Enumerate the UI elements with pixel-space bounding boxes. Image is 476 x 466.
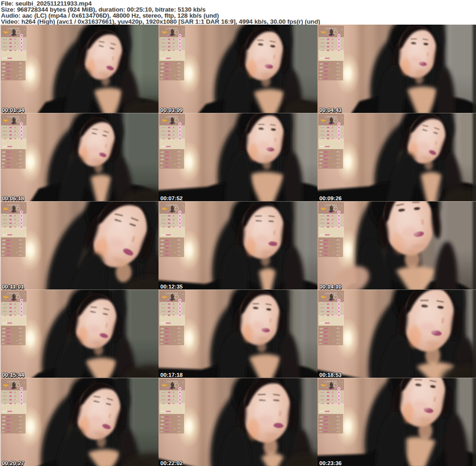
- svg-text:200: 200: [2, 70, 6, 72]
- svg-text:00:15:44: 00:15:44: [2, 372, 24, 378]
- svg-text:88: 88: [2, 427, 4, 429]
- svg-text:00:18:53: 00:18:53: [319, 372, 342, 378]
- svg-text:120: 120: [319, 63, 323, 65]
- svg-text:88: 88: [2, 162, 4, 164]
- svg-text:200: 200: [2, 423, 6, 426]
- svg-text:88: 88: [319, 74, 322, 76]
- svg-text:120: 120: [2, 151, 6, 153]
- svg-text:120: 120: [319, 328, 323, 330]
- svg-text:00:14:10: 00:14:10: [319, 283, 342, 289]
- svg-text:200: 200: [2, 247, 6, 249]
- svg-text:88: 88: [319, 162, 322, 164]
- svg-text:160: 160: [160, 420, 164, 422]
- svg-text:160: 160: [2, 420, 6, 422]
- svg-text:160: 160: [2, 331, 6, 334]
- svg-text:77: 77: [2, 78, 4, 80]
- svg-text:200: 200: [319, 70, 323, 72]
- svg-text:200: 200: [319, 247, 323, 249]
- svg-text:88: 88: [2, 74, 4, 76]
- svg-text:77: 77: [2, 166, 4, 168]
- svg-text:00:17:18: 00:17:18: [160, 372, 183, 378]
- svg-text:160: 160: [319, 243, 323, 245]
- svg-text:160: 160: [2, 66, 6, 69]
- svg-text:00:23:36: 00:23:36: [319, 460, 342, 466]
- svg-text:200: 200: [2, 335, 6, 337]
- svg-text:88: 88: [160, 74, 163, 76]
- svg-text:160: 160: [160, 331, 164, 334]
- svg-text:88: 88: [160, 427, 163, 429]
- svg-text:160: 160: [160, 155, 164, 157]
- svg-text:120: 120: [160, 239, 164, 242]
- svg-text:200: 200: [160, 423, 164, 426]
- svg-text:200: 200: [2, 158, 6, 161]
- svg-text:00:09:26: 00:09:26: [319, 195, 342, 201]
- svg-text:00:03:09: 00:03:09: [160, 107, 183, 113]
- svg-text:77: 77: [160, 166, 163, 168]
- svg-text:200: 200: [319, 423, 323, 426]
- svg-text:77: 77: [2, 342, 4, 345]
- svg-text:120: 120: [160, 328, 164, 330]
- svg-text:200: 200: [319, 335, 323, 337]
- svg-text:00:07:52: 00:07:52: [160, 195, 183, 201]
- svg-text:160: 160: [319, 331, 323, 334]
- svg-text:00:04:43: 00:04:43: [319, 107, 342, 113]
- svg-text:77: 77: [160, 78, 163, 80]
- svg-text:77: 77: [319, 78, 322, 80]
- svg-text:77: 77: [160, 342, 163, 345]
- svg-text:88: 88: [160, 339, 163, 341]
- svg-text:160: 160: [160, 243, 164, 245]
- svg-text:77: 77: [2, 254, 4, 256]
- svg-text:160: 160: [2, 155, 6, 157]
- svg-text:77: 77: [2, 431, 4, 433]
- svg-text:88: 88: [2, 339, 4, 341]
- svg-text:120: 120: [160, 63, 164, 65]
- svg-text:160: 160: [160, 66, 164, 69]
- svg-text:00:11:01: 00:11:01: [2, 283, 24, 289]
- svg-text:120: 120: [319, 416, 323, 418]
- svg-text:120: 120: [160, 416, 164, 418]
- svg-text:160: 160: [2, 243, 6, 245]
- svg-text:00:06:18: 00:06:18: [2, 195, 24, 201]
- svg-text:200: 200: [160, 158, 164, 161]
- svg-text:88: 88: [160, 250, 163, 253]
- svg-text:200: 200: [160, 335, 164, 337]
- svg-text:120: 120: [160, 151, 164, 153]
- svg-text:120: 120: [2, 239, 6, 242]
- svg-text:77: 77: [160, 254, 163, 256]
- svg-text:120: 120: [2, 328, 6, 330]
- svg-text:88: 88: [160, 162, 163, 164]
- svg-text:160: 160: [319, 66, 323, 69]
- svg-text:120: 120: [2, 416, 6, 418]
- svg-text:77: 77: [319, 254, 322, 256]
- svg-text:77: 77: [319, 342, 322, 345]
- svg-text:88: 88: [2, 250, 4, 253]
- svg-text:120: 120: [2, 63, 6, 65]
- svg-text:120: 120: [319, 239, 323, 242]
- svg-text:77: 77: [319, 431, 322, 433]
- svg-text:160: 160: [319, 155, 323, 157]
- svg-text:00:20:27: 00:20:27: [2, 460, 24, 466]
- svg-text:88: 88: [319, 427, 322, 429]
- svg-text:200: 200: [160, 247, 164, 249]
- svg-text:77: 77: [160, 431, 163, 433]
- svg-text:00:01:34: 00:01:34: [2, 107, 24, 113]
- svg-text:88: 88: [319, 250, 322, 253]
- svg-text:00:22:02: 00:22:02: [160, 460, 183, 466]
- svg-text:120: 120: [319, 151, 323, 153]
- svg-text:77: 77: [319, 166, 322, 168]
- svg-text:00:12:35: 00:12:35: [160, 283, 183, 289]
- svg-text:200: 200: [319, 158, 323, 161]
- svg-text:88: 88: [319, 339, 322, 341]
- svg-text:200: 200: [160, 70, 164, 72]
- svg-text:160: 160: [319, 420, 323, 422]
